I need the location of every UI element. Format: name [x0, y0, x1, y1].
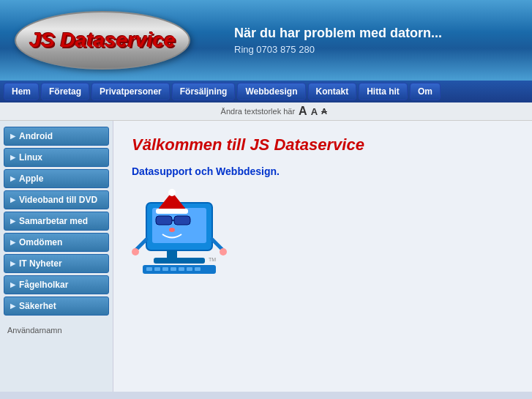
nav-item-webbdesign[interactable]: Webbdesign	[237, 83, 305, 100]
nav-item-hitta-hit[interactable]: Hitta hit	[359, 83, 408, 100]
sidebar-item-samarbetar[interactable]: ▶Samarbetar med	[4, 212, 109, 231]
content-title: Välkommen till JS Dataservice	[132, 135, 514, 154]
sidebar-label: Omdömen	[19, 237, 62, 247]
svg-rect-16	[179, 267, 184, 271]
svg-rect-9	[167, 250, 177, 258]
text-size-bar: Ändra textstorlek här A A A	[0, 102, 532, 121]
svg-rect-15	[171, 267, 176, 271]
text-size-label: Ändra textstorlek här	[221, 107, 296, 116]
header-tagline-phone: Ring 0703 875 280	[234, 44, 442, 55]
svg-point-20	[132, 248, 139, 256]
navbar: HemFöretagPrivatpersonerFörsäljningWebbd…	[0, 81, 532, 102]
svg-rect-17	[187, 267, 192, 271]
sidebar-arrow: ▶	[10, 175, 15, 182]
header-tagline-main: När du har problem med datorn...	[234, 26, 442, 41]
header-tagline: När du har problem med datorn... Ring 07…	[234, 26, 442, 55]
svg-rect-3	[174, 216, 190, 225]
nav-item-forsaljning[interactable]: Försäljning	[172, 83, 236, 100]
sidebar-footer: Användarnamn	[4, 323, 109, 338]
svg-point-22	[220, 248, 227, 256]
sidebar-label: Videoband till DVD	[19, 195, 97, 205]
sidebar-arrow: ▶	[10, 217, 15, 225]
sidebar-item-it-nyheter[interactable]: ▶IT Nyheter	[4, 254, 109, 273]
sidebar-item-apple[interactable]: ▶Apple	[4, 169, 109, 188]
sidebar-label: Android	[19, 131, 53, 141]
sidebar-item-linux[interactable]: ▶Linux	[4, 148, 109, 167]
text-size-large[interactable]: A	[299, 105, 307, 118]
svg-rect-2	[156, 216, 172, 225]
sidebar-label: Säkerhet	[19, 301, 56, 311]
sidebar-arrow: ▶	[10, 281, 15, 288]
content-image: TM	[132, 188, 514, 278]
sidebar-item-android[interactable]: ▶Android	[4, 127, 109, 146]
header: JS Dataservice När du har problem med da…	[0, 0, 532, 81]
content-area: Välkommen till JS Dataservice Datasuppor…	[113, 121, 532, 392]
nav-item-kontakt[interactable]: Kontakt	[308, 83, 357, 100]
logo-text: JS Dataservice	[29, 29, 175, 52]
svg-point-8	[168, 189, 176, 196]
content-subtitle: Datasupport och Webbdesign.	[132, 165, 514, 177]
svg-point-5	[169, 228, 175, 232]
sidebar-label: Fågelholkar	[19, 280, 68, 290]
sidebar-label: IT Nyheter	[19, 258, 62, 269]
svg-rect-12	[146, 267, 152, 271]
sidebar-item-sakerhet[interactable]: ▶Säkerhet	[4, 297, 109, 316]
svg-rect-10	[154, 258, 205, 264]
nav-item-privatpersoner[interactable]: Privatpersoner	[91, 83, 170, 100]
sidebar-label: Apple	[19, 174, 43, 184]
sidebar-item-fagelholkar[interactable]: ▶Fågelholkar	[4, 275, 109, 294]
sidebar: ▶Android▶Linux▶Apple▶Videoband till DVD▶…	[0, 121, 113, 392]
sidebar-item-videoband[interactable]: ▶Videoband till DVD	[4, 190, 109, 209]
svg-text:TM: TM	[209, 257, 216, 262]
nav-item-hem[interactable]: Hem	[4, 83, 39, 100]
sidebar-label: Linux	[19, 152, 42, 163]
svg-rect-14	[162, 267, 168, 271]
logo: JS Dataservice	[15, 11, 190, 70]
sidebar-arrow: ▶	[10, 260, 15, 267]
nav-item-om[interactable]: Om	[410, 83, 441, 100]
sidebar-arrow: ▶	[10, 133, 15, 140]
nav-item-foretag[interactable]: Företag	[41, 83, 89, 100]
sidebar-item-omdomen[interactable]: ▶Omdömen	[4, 233, 109, 252]
computer-mascot-svg: TM	[132, 188, 227, 276]
main-layout: ▶Android▶Linux▶Apple▶Videoband till DVD▶…	[0, 121, 532, 392]
text-size-medium[interactable]: A	[311, 106, 318, 117]
svg-rect-7	[156, 209, 188, 214]
sidebar-arrow: ▶	[10, 239, 15, 246]
svg-rect-18	[195, 267, 201, 271]
sidebar-arrow: ▶	[10, 302, 15, 310]
sidebar-label: Samarbetar med	[19, 216, 88, 226]
svg-rect-13	[154, 267, 160, 271]
text-size-small[interactable]: A	[321, 107, 327, 116]
sidebar-arrow: ▶	[10, 154, 15, 161]
sidebar-arrow: ▶	[10, 196, 15, 204]
